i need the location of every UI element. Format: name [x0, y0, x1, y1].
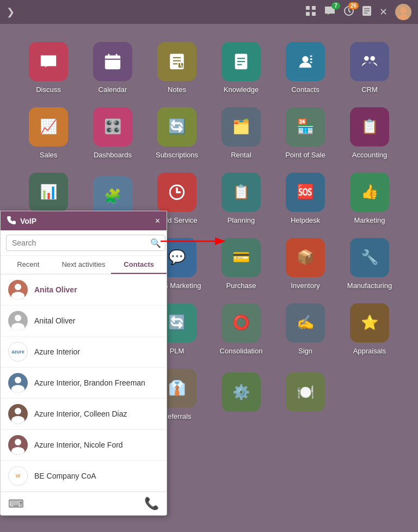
subscriptions-icon: 🔄 — [157, 107, 196, 146]
svg-rect-15 — [108, 62, 110, 64]
timesheets-icon: 📊 — [29, 173, 68, 212]
svg-point-10 — [398, 14, 409, 20]
search-icon: 🔍 — [150, 238, 161, 248]
app-item-manufacturing[interactable]: 🔧Manufacturing — [340, 238, 399, 290]
app-item-crm[interactable]: CRM — [340, 42, 399, 94]
discuss-icon — [29, 42, 68, 81]
helpdesk-label: Helpdesk — [291, 216, 320, 224]
app-item-accounting[interactable]: 📋Accounting — [340, 107, 399, 159]
planning-label: Planning — [228, 216, 255, 224]
app-item-notes[interactable]: Notes — [147, 42, 207, 94]
close-icon[interactable]: ✕ — [379, 6, 388, 18]
contact-item-azure-brandon[interactable]: Azure Interior, Brandon Freeman — [1, 368, 167, 399]
grid-icon[interactable] — [305, 5, 316, 19]
contact-avatar-anita-oliver-1 — [8, 280, 28, 299]
appraisals-label: Appraisals — [353, 347, 386, 355]
app-item-subscriptions[interactable]: 🔄Subscriptions — [147, 107, 207, 159]
marketing-label: Marketing — [354, 216, 385, 224]
voip-close-button[interactable]: × — [155, 216, 160, 226]
app-item-knowledge[interactable]: Knowledge — [211, 42, 271, 94]
pos-icon: 🏪 — [286, 107, 325, 146]
contact-name-azure-nicole: Azure Interior, Nicole Ford — [34, 441, 123, 449]
voip-phone-header-icon — [7, 216, 16, 226]
voip-search-input[interactable] — [6, 235, 165, 251]
document-icon[interactable] — [362, 5, 372, 19]
clock-badge: 26 — [348, 2, 359, 9]
contacts-icon — [286, 42, 325, 81]
plm-label: PLM — [170, 347, 185, 355]
svg-rect-18 — [108, 65, 110, 67]
accounting-icon: 📋 — [350, 107, 389, 146]
app-item-inventory[interactable]: 📦Inventory — [275, 238, 335, 290]
app-item-contacts[interactable]: Contacts — [275, 42, 335, 94]
svg-rect-19 — [112, 65, 114, 67]
svg-point-40 — [11, 292, 24, 299]
planning-icon: 📋 — [222, 173, 261, 212]
app-item-consolidation[interactable]: ⭕Consolidation — [211, 303, 271, 355]
app-item-planning[interactable]: 📋Planning — [211, 173, 271, 224]
contact-avatar-azure-nicole — [8, 435, 28, 455]
phone-icon[interactable]: 📞 — [144, 497, 159, 511]
notes-label: Notes — [168, 85, 186, 94]
app-item-extra2[interactable]: 🍽️ — [275, 372, 335, 416]
sales-icon: 📈 — [29, 107, 68, 146]
app-item-calendar[interactable]: Calendar — [83, 42, 143, 94]
sign-label: Sign — [298, 347, 312, 355]
app-item-rental[interactable]: 🗂️Rental — [211, 107, 271, 159]
contact-name-anital-oliver: Anital Oliver — [34, 316, 75, 325]
extra2-icon: 🍽️ — [286, 372, 325, 412]
manufacturing-icon: 🔧 — [350, 238, 389, 277]
app-item-appraisals[interactable]: ⭐Appraisals — [340, 303, 399, 355]
app-item-extra1[interactable]: ⚙️ — [211, 372, 271, 416]
app-item-discuss[interactable]: Discuss — [19, 42, 78, 94]
voip-tabs: RecentNext activitiesContacts — [1, 256, 167, 274]
app-item-marketing[interactable]: 👍Marketing — [340, 173, 399, 224]
voip-search-bar: 🔍 — [1, 230, 167, 256]
app-item-helpdesk[interactable]: 🆘Helpdesk — [275, 173, 335, 224]
clock-icon[interactable]: 26 — [343, 5, 354, 19]
voip-tab-recent[interactable]: Recent — [1, 256, 56, 274]
manufacturing-label: Manufacturing — [347, 282, 392, 290]
voip-tab-next-activities[interactable]: Next activities — [56, 256, 112, 274]
svg-rect-11 — [105, 55, 120, 69]
voip-panel: VoIP × 🔍 RecentNext activitiesContacts A… — [0, 211, 167, 516]
fieldservice-icon — [157, 173, 196, 212]
accounting-label: Accounting — [352, 151, 387, 159]
menu-toggle-icon[interactable]: ❯ — [7, 6, 15, 18]
svg-rect-30 — [310, 55, 312, 57]
user-avatar[interactable] — [395, 4, 411, 20]
contact-item-anita-oliver-1[interactable]: Anita Oliver — [1, 274, 167, 305]
svg-point-9 — [400, 7, 407, 14]
app-item-sign[interactable]: ✍️Sign — [275, 303, 335, 355]
notes-icon — [157, 42, 196, 81]
pos-label: Point of Sale — [285, 151, 325, 159]
contact-item-azure-interior[interactable]: azureAzure Interior — [1, 337, 167, 368]
discuss-label: Discuss — [36, 85, 61, 94]
svg-point-46 — [11, 416, 24, 424]
topbar: ❯ 7 26 ✕ — [0, 0, 418, 24]
contact-avatar-anital-oliver — [8, 311, 28, 331]
contact-item-anital-oliver[interactable]: Anital Oliver — [1, 305, 167, 337]
contact-item-azure-colleen[interactable]: Azure Interior, Colleen Diaz — [1, 399, 167, 430]
app-item-sales[interactable]: 📈Sales — [19, 107, 78, 159]
svg-point-29 — [302, 56, 308, 62]
svg-point-34 — [370, 56, 375, 61]
contact-item-azure-nicole[interactable]: Azure Interior, Nicole Ford — [1, 430, 167, 461]
svg-point-44 — [11, 385, 24, 393]
app-item-pos[interactable]: 🏪Point of Sale — [275, 107, 335, 159]
voip-tab-contacts[interactable]: Contacts — [111, 256, 167, 274]
chat-icon[interactable]: 7 — [324, 5, 336, 19]
svg-rect-14 — [116, 53, 118, 57]
puzzle-icon: 🧩 — [93, 176, 132, 216]
keyboard-icon[interactable]: ⌨ — [8, 497, 24, 510]
app-item-dashboards[interactable]: 🎛️Dashboards — [83, 107, 143, 159]
contact-name-azure-brandon: Azure Interior, Brandon Freeman — [34, 378, 145, 387]
knowledge-icon — [222, 42, 261, 81]
svg-rect-3 — [312, 12, 316, 16]
svg-point-48 — [11, 447, 24, 455]
topbar-left: ❯ — [7, 6, 19, 18]
calendar-icon — [93, 42, 132, 81]
marketing-icon: 👍 — [350, 173, 389, 212]
svg-rect-32 — [310, 62, 312, 63]
contact-item-be-company[interactable]: WBE Company CoA — [1, 461, 167, 492]
